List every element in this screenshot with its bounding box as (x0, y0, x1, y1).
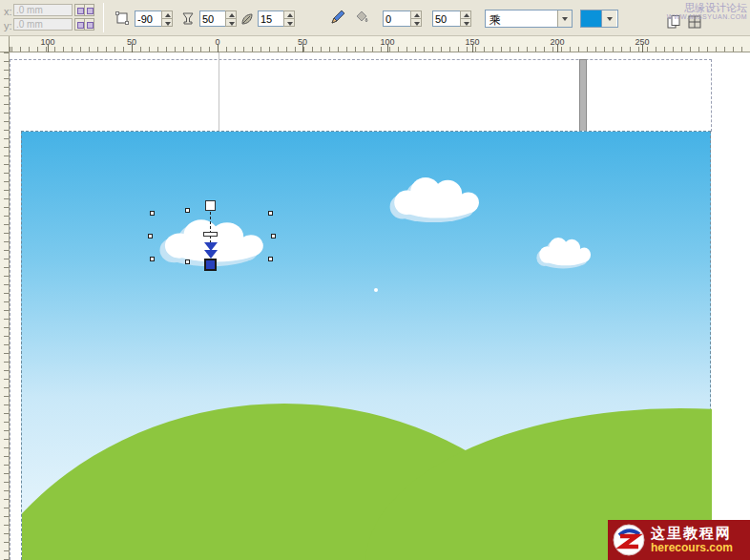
pencil-icon (329, 9, 346, 26)
bucket-icon (353, 9, 370, 26)
cloud-small (536, 238, 591, 269)
feather-spin-down-button[interactable] (283, 18, 295, 27)
y-position-buttons (75, 18, 94, 31)
merge-mode-dropdown[interactable]: 乘 (485, 10, 573, 28)
transparency-arrow-icon (204, 250, 218, 259)
chevron-down-icon (607, 17, 613, 21)
range-start-spinner (410, 10, 422, 27)
watermark-line2: WWW.MISSYUAN.COM (667, 13, 747, 21)
range-start-spin-down-button[interactable] (410, 18, 422, 27)
leaf-icon (240, 11, 255, 27)
fill-tool-button[interactable] (352, 8, 371, 27)
ruler-label: 0 (206, 37, 229, 47)
guideline-handle[interactable] (579, 59, 587, 132)
feather-spinner (283, 10, 295, 27)
chevron-down-icon (562, 17, 568, 21)
transparency-angle-input[interactable] (135, 10, 162, 27)
logo-emblem-icon (612, 523, 646, 557)
angle-spinner (161, 10, 173, 27)
goblet-icon (180, 11, 196, 27)
selection-handle-bottom-right[interactable] (268, 257, 273, 261)
selection-handle-top-left[interactable] (150, 211, 155, 216)
scene-graphic (22, 132, 712, 560)
page-boundary-left (10, 59, 10, 560)
app-window: x: y: (0, 0, 750, 560)
horizontal-ruler-ticks (10, 47, 750, 52)
tutorial-site-logo: 这里教程网 herecours.com (608, 520, 750, 560)
transparency-spinner (225, 10, 237, 27)
logo-domain: herecours.com (651, 542, 733, 555)
property-bar: x: y: (0, 0, 750, 36)
ruler-label: 50 (120, 37, 143, 47)
square-outline-icon (115, 10, 130, 26)
horizontal-ruler[interactable]: 100 50 0 50 100 150 200 250 (10, 36, 750, 52)
x-position-buttons (75, 4, 94, 16)
fill-color-swatch (581, 10, 602, 27)
transparency-start-node[interactable] (205, 200, 216, 211)
selection-handle-mid-left[interactable] (148, 234, 153, 239)
page-boundary-right (711, 59, 712, 132)
range-end-input[interactable] (432, 10, 461, 27)
ruler-label: 50 (291, 37, 314, 47)
vertical-ruler[interactable] (0, 52, 10, 560)
selection-handle-bottom-left[interactable] (150, 257, 155, 261)
x-coordinate-label: x: (4, 6, 12, 17)
drawing-canvas[interactable]: 这里教程网 herecours.com (10, 52, 750, 560)
angle-spin-down-button[interactable] (161, 18, 173, 27)
toolbar-separator (103, 3, 104, 32)
vertical-ruler-ticks (4, 52, 9, 560)
selection-handle-top-right[interactable] (268, 211, 273, 216)
merge-mode-value: 乘 (486, 10, 557, 27)
logo-text-block: 这里教程网 herecours.com (651, 525, 733, 554)
fill-color-dropdown[interactable] (580, 10, 618, 28)
y-anchor-button-2[interactable] (84, 18, 94, 31)
y-coordinate-input[interactable] (13, 18, 73, 31)
zero-guideline (219, 52, 219, 131)
white-dot (374, 288, 378, 292)
ruler-label: 100 (36, 37, 59, 47)
transparency-midpoint-slider[interactable] (203, 232, 218, 237)
transparency-spin-down-button[interactable] (225, 18, 237, 27)
brush-tool-button[interactable] (328, 8, 347, 27)
sky-artwork[interactable] (21, 131, 711, 560)
cloud-large (390, 177, 479, 222)
selection-handle-top-mid[interactable] (185, 208, 190, 213)
logo-title: 这里教程网 (651, 525, 733, 541)
selection-handle-bottom-mid[interactable] (185, 259, 190, 264)
transparency-end-node[interactable] (204, 259, 217, 271)
watermark-line1: 思缘设计论坛 (667, 2, 747, 13)
ruler-label: 250 (631, 37, 654, 47)
fill-color-arrow-button[interactable] (602, 10, 616, 27)
page-boundary-top (10, 59, 712, 60)
feather-input[interactable] (258, 10, 284, 27)
ruler-origin-corner[interactable] (0, 36, 10, 52)
merge-mode-arrow-button[interactable] (557, 10, 572, 27)
range-end-spinner (460, 10, 471, 27)
range-start-input[interactable] (383, 10, 411, 27)
x-coordinate-input[interactable] (13, 4, 73, 16)
range-end-spin-down-button[interactable] (460, 18, 471, 27)
ruler-label: 200 (546, 37, 569, 47)
ruler-label: 150 (461, 37, 484, 47)
y-coordinate-label: y: (4, 20, 12, 31)
x-anchor-button-2[interactable] (84, 4, 94, 16)
selection-handle-mid-right[interactable] (271, 234, 276, 239)
edit-transparency-button[interactable] (113, 9, 132, 28)
ruler-label: 100 (376, 37, 399, 47)
starting-transparency-input[interactable] (199, 10, 226, 27)
site-watermark: 思缘设计论坛 WWW.MISSYUAN.COM (667, 2, 747, 21)
